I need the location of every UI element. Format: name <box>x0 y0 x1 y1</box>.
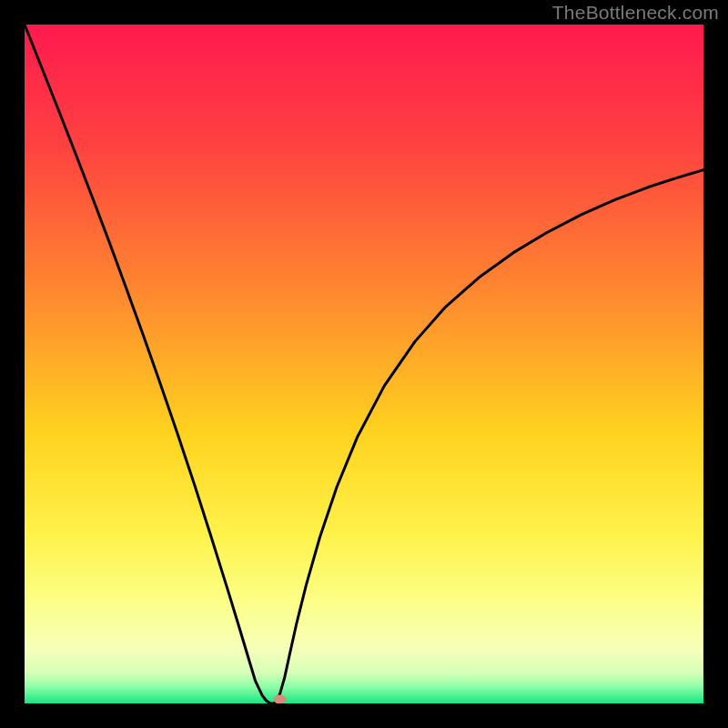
gradient-background <box>25 25 703 703</box>
chart-frame: TheBottleneck.com <box>0 0 728 728</box>
plot-area <box>25 25 703 703</box>
chart-svg <box>25 25 703 703</box>
watermark-text: TheBottleneck.com <box>552 2 719 24</box>
